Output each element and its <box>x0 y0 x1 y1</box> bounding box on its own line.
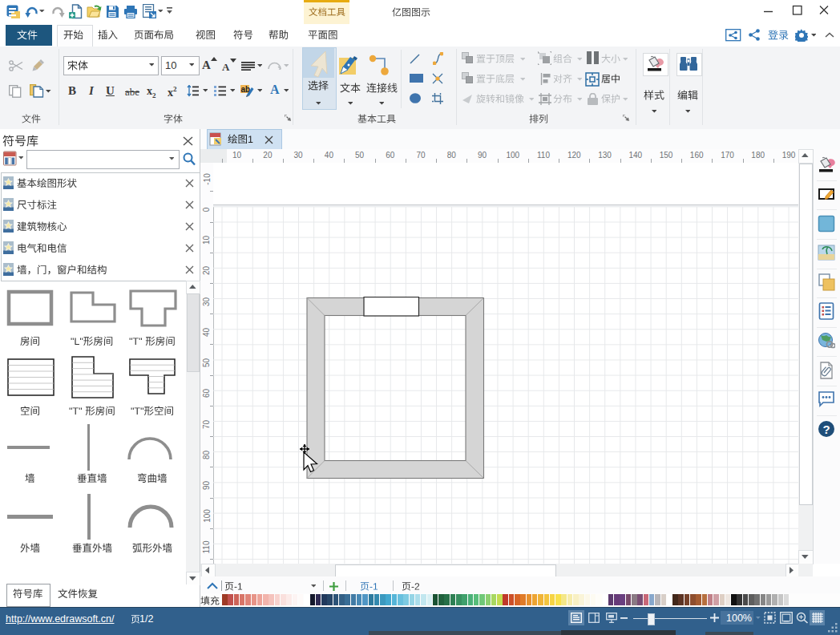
svg-text:?: ? <box>822 422 830 435</box>
